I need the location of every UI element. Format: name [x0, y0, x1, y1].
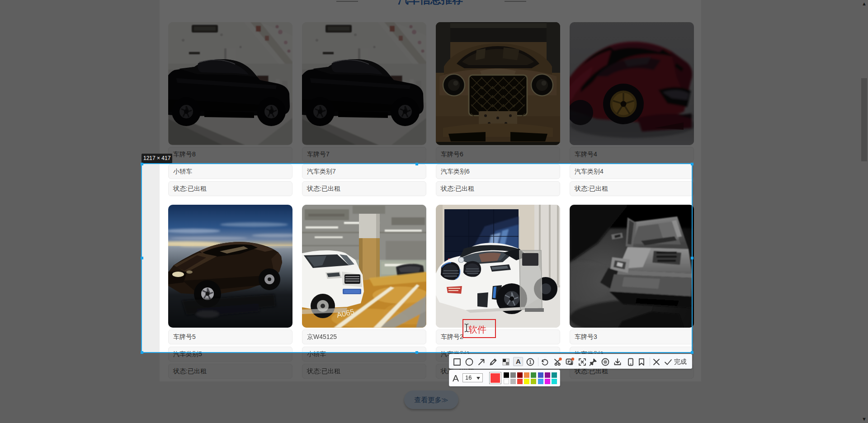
- svg-text:1: 1: [529, 360, 532, 365]
